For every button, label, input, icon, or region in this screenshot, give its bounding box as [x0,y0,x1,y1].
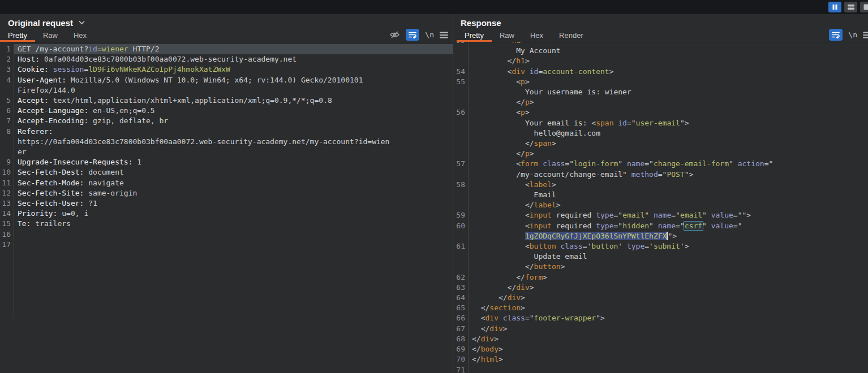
code-row: 16 [0,229,453,240]
code-line-text: /my-account/change-email" method="POST"> [468,170,868,180]
code-row: 3Cookie: session=lD9Fi6vNWkeKAZCoIpPj4hm… [0,64,453,75]
code-line-text: <input required type="email" name="email… [468,210,868,220]
line-number: 66 [453,313,468,323]
line-number: 7 [0,116,14,126]
line-number: 67 [453,324,468,334]
panel-title: Original request [8,18,73,28]
menu-button[interactable] [863,32,868,38]
code-line-text: Firefox/144.0 [14,85,453,96]
line-number: 55 [453,77,468,87]
code-row: 61 <button class='button' type='submit'> [453,241,868,251]
word-wrap-button[interactable] [406,29,419,41]
line-number: 69 [453,344,468,354]
code-line-text: Host: 0afa004d03ce83c7800b03bf00aa0072.w… [14,54,453,64]
code-line-text: <button class='button' type='submit'> [468,241,868,251]
response-editor[interactable]: 53 <h1> My Account </h1>54 <div id=accou… [453,42,868,373]
code-row: 58 <label> [453,180,868,190]
code-row: 60 <input required type="hidden" name="c… [453,221,868,231]
newline-button[interactable]: \n [848,31,857,39]
code-line-text: </body> [468,344,868,354]
tab-raw[interactable]: Raw [492,28,522,42]
eye-off-button[interactable] [389,31,400,39]
topbar-icons [828,2,868,12]
code-row: My Account [453,46,868,56]
code-line-text: </h1> [468,56,868,66]
line-number [453,149,468,159]
stacked-rows-icon [848,4,854,10]
code-line-text: Your username is: wiener [468,87,868,97]
word-wrap-icon [832,31,840,38]
tab-hex[interactable]: Hex [66,28,94,42]
code-line-text: <p> [468,107,868,118]
code-line-text: Accept: text/html,application/xhtml+xml,… [14,96,453,106]
code-line-text: Upgrade-Insecure-Requests: 1 [14,157,453,167]
code-line-text: </html> [468,354,868,365]
response-editor-toolbar: \n [829,29,868,41]
code-line-text: Cookie: session=lD9Fi6vNWkeKAZCoIpPj4hmo… [14,64,453,75]
filled-square-button[interactable] [860,2,868,12]
tab-hex[interactable]: Hex [522,28,551,42]
response-panel-header: Response [453,14,868,27]
line-number: 64 [453,293,468,303]
panel-title: Response [461,18,501,28]
code-line-text [14,240,453,250]
line-number: 4 [0,75,14,85]
pause-button[interactable] [828,2,841,12]
code-row: </h1> [453,56,868,66]
line-number [453,97,468,107]
line-number: 1 [0,44,14,54]
stacked-rows-button[interactable] [844,2,857,12]
line-number: 6 [0,106,14,116]
code-row: 68</div> [453,334,868,344]
code-line-text: </section> [468,303,868,313]
line-number: 12 [0,188,14,198]
code-row: 7Accept-Encoding: gzip, deflate, br [0,116,453,126]
response-tabs: PrettyRawHexRender [457,28,591,42]
line-number: 61 [453,241,468,251]
tab-raw[interactable]: Raw [35,28,66,42]
request-editor[interactable]: 1GET /my-account?id=wiener HTTP/22Host: … [0,42,453,373]
code-row: 15Te: trailers [0,219,453,229]
request-panel-header[interactable]: Original request [0,14,453,27]
line-number [453,262,468,272]
code-row: hello@gmail.com [453,128,868,138]
code-line-text: Priority: u=0, i [14,209,453,219]
request-editor-toolbar: \n [389,29,448,41]
code-row: Your username is: wiener [453,87,868,97]
code-line-text: </div> [468,334,868,344]
chevron-down-icon[interactable] [78,20,85,25]
word-wrap-button[interactable] [829,29,843,41]
code-row: 5Accept: text/html,application/xhtml+xml… [0,96,453,106]
code-line-text: <label> [468,180,868,190]
code-row: 8Referer: [0,127,453,137]
code-row: 66 <div class="footer-wrapper"> [453,313,868,323]
code-line-text: </div> [468,293,868,303]
code-row: 64 </div> [453,293,868,303]
line-number [453,46,468,56]
tab-pretty[interactable]: Pretty [0,28,35,42]
line-number: 59 [453,210,468,220]
line-number [453,200,468,210]
code-line-text: </label> [468,200,868,210]
code-line-text: <p> [468,77,868,87]
line-number [0,147,14,157]
request-tabs: PrettyRawHex [0,28,94,42]
code-line-text: </p> [468,149,868,159]
newline-button[interactable]: \n [425,31,434,39]
line-number: 11 [0,178,14,188]
line-number: 5 [0,96,14,106]
code-line-text: <form class="login-form" name="change-em… [468,159,868,169]
menu-button[interactable] [440,32,448,38]
code-row: 57 <form class="login-form" name="change… [453,159,868,169]
code-row: 14Priority: u=0, i [0,209,453,219]
line-number: 2 [0,54,14,64]
tab-render[interactable]: Render [551,28,591,42]
code-line-text: <div id=account-content> [468,67,868,77]
menu-icon [440,32,448,38]
code-row: 59 <input required type="email" name="em… [453,210,868,220]
code-row: 11Sec-Fetch-Mode: navigate [0,178,453,188]
tab-pretty[interactable]: Pretty [457,28,492,42]
line-number: 68 [453,334,468,344]
line-number [453,118,468,128]
code-line-text: Te: trailers [14,219,453,229]
